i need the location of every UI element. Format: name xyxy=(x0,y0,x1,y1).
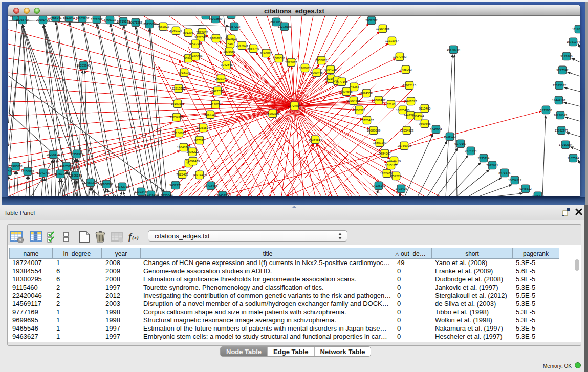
svg-text:15716485: 15716485 xyxy=(204,184,218,187)
svg-text:10653267: 10653267 xyxy=(76,17,90,20)
svg-text:8938923: 8938923 xyxy=(444,135,456,138)
svg-text:9129966: 9129966 xyxy=(560,55,573,58)
svg-text:8454749: 8454749 xyxy=(247,47,259,50)
svg-text:18300295: 18300295 xyxy=(266,112,280,115)
svg-text:9242845: 9242845 xyxy=(221,63,233,67)
svg-text:9684067: 9684067 xyxy=(379,152,391,155)
svg-text:9044706: 9044706 xyxy=(200,16,212,17)
svg-text:19975857: 19975857 xyxy=(60,165,74,168)
svg-text:2935114: 2935114 xyxy=(478,157,490,160)
svg-text:8234510: 8234510 xyxy=(145,193,157,196)
svg-text:17957273: 17957273 xyxy=(84,181,98,184)
svg-text:10688609: 10688609 xyxy=(367,129,381,132)
svg-text:891295: 891295 xyxy=(183,31,194,34)
svg-text:546: 546 xyxy=(228,42,233,46)
svg-text:2087682: 2087682 xyxy=(365,19,378,22)
svg-text:9463627: 9463627 xyxy=(405,100,417,103)
svg-text:19166825: 19166825 xyxy=(172,132,186,135)
svg-text:8812041: 8812041 xyxy=(63,16,75,19)
svg-text:3215958: 3215958 xyxy=(540,108,552,112)
svg-text:2718176: 2718176 xyxy=(178,71,190,74)
svg-text:10654112: 10654112 xyxy=(508,179,522,182)
svg-text:12505135: 12505135 xyxy=(69,174,82,177)
svg-text:15751074: 15751074 xyxy=(567,40,580,43)
svg-text:1498222: 1498222 xyxy=(186,150,199,154)
svg-text:20206535: 20206535 xyxy=(47,153,60,156)
svg-text:7485063: 7485063 xyxy=(400,68,412,71)
svg-text:17359924: 17359924 xyxy=(70,152,84,156)
svg-text:7632621: 7632621 xyxy=(486,164,498,167)
svg-text:20691406: 20691406 xyxy=(36,18,50,21)
svg-text:20756928: 20756928 xyxy=(398,144,411,147)
svg-text:19554923: 19554923 xyxy=(400,129,414,132)
svg-text:10671355: 10671355 xyxy=(129,21,143,24)
svg-text:9115460: 9115460 xyxy=(419,107,431,110)
svg-text:2803144: 2803144 xyxy=(215,77,227,80)
svg-text:5322037: 5322037 xyxy=(285,61,297,64)
svg-text:15720407: 15720407 xyxy=(360,119,374,122)
svg-text:14136141: 14136141 xyxy=(372,184,386,187)
svg-text:10154808: 10154808 xyxy=(376,27,390,30)
svg-text:62160: 62160 xyxy=(387,103,396,106)
svg-text:16055724: 16055724 xyxy=(16,18,30,21)
svg-text:11156829: 11156829 xyxy=(21,170,34,173)
svg-text:12444193: 12444193 xyxy=(552,99,566,102)
svg-text:16782759: 16782759 xyxy=(116,185,129,188)
svg-text:9245612: 9245612 xyxy=(532,194,544,196)
svg-text:9474444: 9474444 xyxy=(465,149,477,152)
svg-text:20364486: 20364486 xyxy=(347,99,361,102)
svg-text:9146821: 9146821 xyxy=(260,52,272,55)
svg-text:8960124: 8960124 xyxy=(170,29,182,32)
svg-text:14353594: 14353594 xyxy=(197,126,210,129)
svg-text:3875685: 3875685 xyxy=(223,50,235,53)
svg-text:16543382: 16543382 xyxy=(189,42,203,46)
svg-text:7515526: 7515526 xyxy=(143,23,156,26)
svg-text:10107554: 10107554 xyxy=(171,102,185,105)
svg-text:417006: 417006 xyxy=(210,103,221,106)
svg-text:9457771: 9457771 xyxy=(169,184,182,187)
svg-text:9245612: 9245612 xyxy=(519,187,532,190)
svg-text:9327503: 9327503 xyxy=(194,36,207,39)
svg-text:12213383: 12213383 xyxy=(172,87,186,90)
svg-text:12213967: 12213967 xyxy=(385,39,399,42)
svg-text:9699695: 9699695 xyxy=(419,122,431,125)
svg-text:19654925: 19654925 xyxy=(170,116,184,119)
svg-text:19384554: 19384554 xyxy=(309,138,322,141)
svg-text:991511: 991511 xyxy=(8,170,13,173)
svg-text:9858341: 9858341 xyxy=(50,16,62,19)
svg-text:7663822: 7663822 xyxy=(157,25,169,28)
svg-text:1588520: 1588520 xyxy=(273,57,285,60)
svg-text:12975115: 12975115 xyxy=(403,84,417,87)
svg-text:746266: 746266 xyxy=(349,85,360,89)
svg-text:9227342: 9227342 xyxy=(556,69,569,72)
svg-text:16648784: 16648784 xyxy=(447,48,461,51)
svg-text:9777169: 9777169 xyxy=(336,80,348,83)
svg-text:(x): (x) xyxy=(132,234,139,241)
svg-text:8120541: 8120541 xyxy=(225,16,237,16)
svg-text:6379197: 6379197 xyxy=(454,142,467,145)
svg-text:8471676: 8471676 xyxy=(498,171,511,174)
svg-text:1145194: 1145194 xyxy=(55,172,67,176)
svg-text:12942737: 12942737 xyxy=(37,171,51,174)
svg-text:8427552: 8427552 xyxy=(211,90,224,93)
svg-text:13218506: 13218506 xyxy=(278,25,292,28)
svg-text:21420084: 21420084 xyxy=(189,55,203,58)
svg-text:2967608: 2967608 xyxy=(236,44,248,47)
svg-text:6466102: 6466102 xyxy=(104,18,116,21)
svg-text:18724007: 18724007 xyxy=(288,104,301,107)
svg-text:1167534: 1167534 xyxy=(568,157,580,160)
svg-text:7584544: 7584544 xyxy=(412,115,424,118)
svg-text:11120453: 11120453 xyxy=(572,28,580,31)
svg-text:12093872: 12093872 xyxy=(553,84,567,87)
svg-text:10958117: 10958117 xyxy=(100,183,114,186)
svg-text:1615172: 1615172 xyxy=(385,164,397,167)
svg-text:6794028: 6794028 xyxy=(324,68,337,71)
svg-text:7625402: 7625402 xyxy=(176,173,188,176)
svg-text:17010504: 17010504 xyxy=(559,143,573,146)
svg-text:7386372: 7386372 xyxy=(353,108,365,112)
svg-text:14099489: 14099489 xyxy=(186,160,200,163)
svg-text:1733426: 1733426 xyxy=(395,187,407,190)
svg-text:7745120: 7745120 xyxy=(216,194,229,196)
svg-text:13692971: 13692971 xyxy=(555,129,569,132)
svg-text:10973493: 10973493 xyxy=(393,55,407,58)
